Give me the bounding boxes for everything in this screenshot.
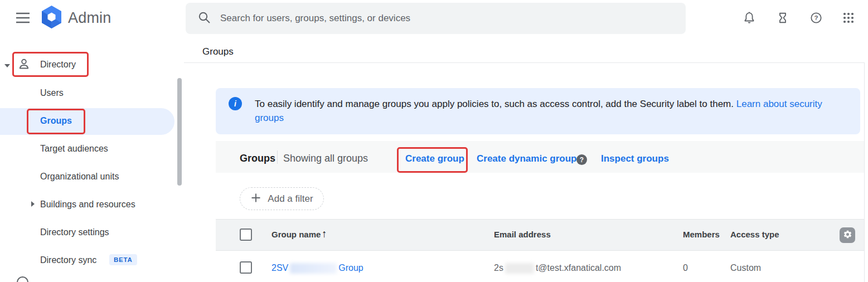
sidebar-item-buildings-resources[interactable]: Buildings and resources — [40, 200, 135, 210]
create-group-button[interactable]: Create group — [405, 153, 464, 164]
row-checkbox[interactable] — [240, 261, 252, 274]
svg-text:?: ? — [814, 14, 818, 21]
sidebar-scrollbar[interactable] — [177, 78, 182, 186]
banner-message: To easily identify and manage groups you… — [255, 99, 734, 109]
search-input[interactable] — [220, 13, 686, 24]
info-circle-icon: i — [229, 97, 242, 110]
grid-icon — [842, 11, 855, 26]
group-name-link[interactable]: 2SV — [271, 263, 288, 273]
question-filled-icon[interactable]: ? — [576, 154, 587, 165]
column-header-group-name[interactable]: Group name — [271, 230, 321, 239]
pending-tasks-button[interactable] — [772, 7, 794, 30]
column-settings-button[interactable] — [840, 227, 855, 243]
plus-icon — [250, 192, 261, 205]
table-row[interactable]: 2SVGroup 2st@test.xfanatical.com 0 Custo… — [216, 251, 864, 282]
sidebar-item-organizational-units[interactable]: Organizational units — [40, 172, 119, 182]
select-all-checkbox[interactable] — [240, 228, 252, 241]
admin-console: Admin ? — [0, 0, 868, 282]
breadcrumb-divider — [184, 62, 864, 63]
groups-title: Groups — [240, 153, 275, 164]
title-divider — [277, 150, 278, 164]
create-dynamic-group-button[interactable]: Create dynamic group — [477, 153, 577, 164]
beta-badge: BETA — [109, 254, 137, 265]
sidebar-section-directory[interactable]: Directory — [40, 60, 76, 70]
breadcrumb[interactable]: Groups — [202, 46, 234, 57]
help-button[interactable]: ? — [805, 7, 827, 30]
group-email-cell: 2st@test.xfanatical.com — [494, 263, 621, 274]
members-count-cell: 0 — [683, 263, 688, 273]
group-name-link-suffix[interactable]: Group — [338, 263, 363, 273]
arrow-up-icon[interactable]: ↑ — [322, 228, 327, 240]
column-header-access-type[interactable]: Access type — [730, 230, 779, 239]
sidebar-item-target-audiences[interactable]: Target audiences — [40, 144, 108, 154]
hamburger-icon — [16, 12, 30, 26]
apps-grid-button[interactable] — [837, 7, 860, 30]
gear-icon — [843, 230, 852, 241]
global-search-bar — [186, 3, 686, 34]
column-header-members[interactable]: Members — [683, 230, 720, 239]
access-type-cell: Custom — [730, 263, 761, 273]
sidebar-item-directory-sync[interactable]: Directory sync — [40, 255, 96, 265]
sidebar-next-section-icon — [17, 276, 28, 282]
column-header-email[interactable]: Email address — [494, 230, 551, 239]
triangle-down-icon[interactable] — [4, 64, 10, 67]
main-menu-button[interactable] — [13, 10, 32, 27]
groups-status-text: Showing all groups — [283, 153, 368, 164]
redacted-text — [290, 263, 337, 274]
notifications-button[interactable] — [738, 7, 760, 30]
redacted-text — [505, 263, 534, 274]
content-right-border — [864, 62, 865, 282]
admin-hexagon-icon — [41, 6, 62, 31]
sidebar-item-groups[interactable]: Groups — [40, 116, 72, 126]
sidebar-active-highlight — [0, 108, 174, 135]
person-icon — [17, 57, 31, 73]
inspect-groups-button[interactable]: Inspect groups — [601, 153, 669, 164]
groups-toolbar: Groups Showing all groups Create group C… — [216, 141, 864, 173]
security-info-banner: i To easily identify and manage groups y… — [216, 88, 860, 134]
sidebar-item-directory-settings[interactable]: Directory settings — [40, 227, 109, 237]
question-circle-icon: ? — [809, 11, 823, 26]
app-title: Admin — [68, 9, 111, 27]
add-filter-button[interactable]: Add a filter — [240, 187, 324, 210]
hourglass-icon — [777, 11, 789, 26]
bell-icon — [743, 11, 756, 26]
magnifier-icon — [198, 11, 211, 26]
triangle-right-icon[interactable] — [31, 201, 35, 207]
table-header-row: Group name ↑ Email address Members Acces… — [216, 219, 864, 251]
sidebar-item-users[interactable]: Users — [40, 88, 64, 98]
google-admin-logo[interactable]: Admin — [41, 6, 111, 31]
